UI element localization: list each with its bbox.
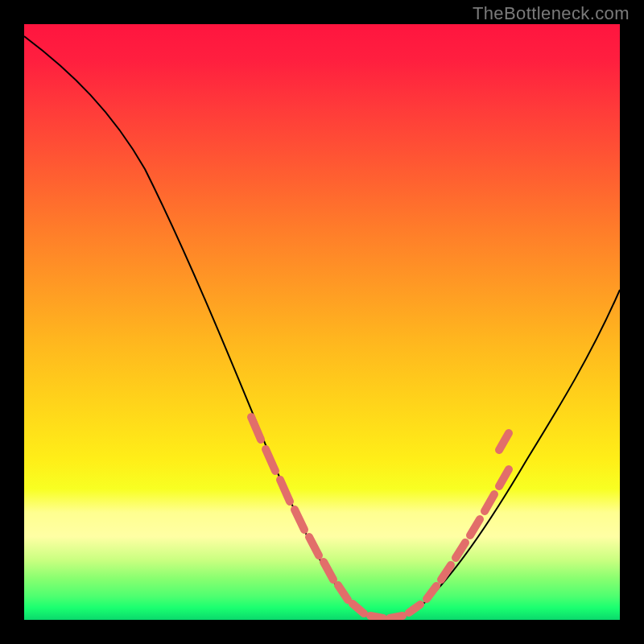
dash-segment <box>441 565 451 580</box>
left-curve <box>24 36 386 620</box>
watermark-text: TheBottleneck.com <box>473 3 630 24</box>
dash-segment <box>390 616 402 618</box>
dash-segment <box>251 417 261 440</box>
dash-segment <box>370 616 383 618</box>
dash-segment <box>353 604 364 613</box>
chart-svg <box>24 24 620 620</box>
dash-group <box>251 417 509 618</box>
dash-segment <box>309 537 319 555</box>
dash-segment <box>427 586 436 599</box>
plot-area <box>24 24 620 620</box>
dash-segment <box>280 480 290 502</box>
dash-segment <box>338 585 348 600</box>
dash-segment <box>266 449 275 471</box>
dash-segment <box>409 605 420 613</box>
dash-segment <box>470 519 480 535</box>
chart-frame: TheBottleneck.com <box>0 0 644 644</box>
dash-segment <box>324 562 333 580</box>
dash-segment <box>485 494 494 511</box>
dash-segment <box>499 433 509 450</box>
dash-segment <box>295 510 304 530</box>
dash-segment <box>499 469 509 486</box>
right-curve <box>386 290 620 620</box>
